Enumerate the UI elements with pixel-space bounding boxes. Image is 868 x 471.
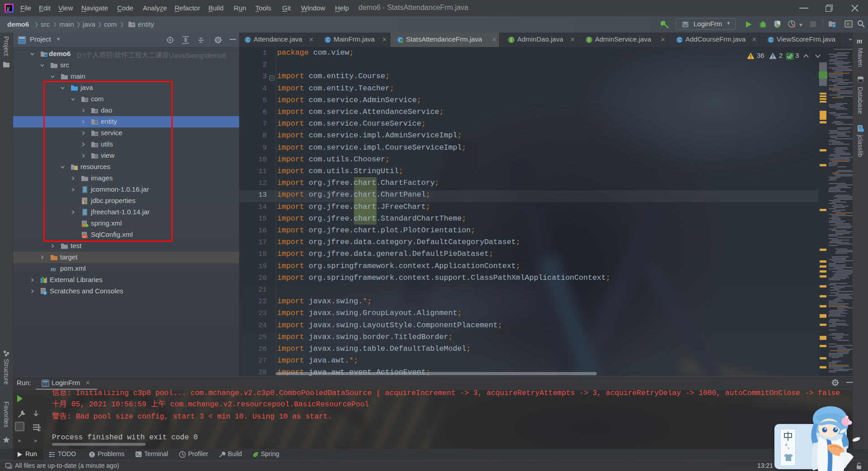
svg-text:C: C xyxy=(326,37,330,42)
svg-text:m: m xyxy=(51,265,56,273)
svg-text:C: C xyxy=(769,37,773,42)
svg-text:I: I xyxy=(588,37,590,42)
svg-text:m: m xyxy=(857,38,862,45)
svg-text:IJ: IJ xyxy=(7,6,9,10)
svg-text:C: C xyxy=(246,37,250,42)
svg-text:I: I xyxy=(510,37,512,42)
svg-text:C: C xyxy=(678,37,682,42)
